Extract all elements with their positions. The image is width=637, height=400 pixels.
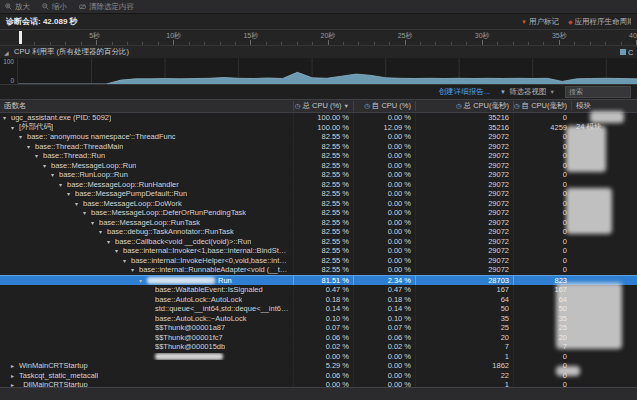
table-row[interactable]: ▾ ugc_assistant.exe (PID: 5092) 100.00 %… xyxy=(0,113,637,123)
ruler-tick-label: 20秒 xyxy=(321,31,336,41)
tree-twisty-icon[interactable]: ▾ xyxy=(35,152,43,159)
function-name-cell: ▾ base::RunLoop::Run xyxy=(0,170,293,179)
table-row[interactable]: ▾ base::MessageLoop::Run 82.55 % 0.00 % … xyxy=(0,161,637,171)
table-row[interactable]: std::queue<__int64,std::deque<__int64,st… xyxy=(0,304,637,314)
tree-twisty-icon[interactable]: ▾ xyxy=(19,133,27,140)
collapse-arrow-icon[interactable]: ◢ xyxy=(4,49,11,56)
self-cpu-pct-cell: 0.00 % xyxy=(353,189,415,198)
timeline-ruler[interactable]: 5秒10秒15秒20秒25秒30秒35秒40秒 xyxy=(0,29,637,46)
self-cpu-ms-cell: 0 xyxy=(513,246,571,255)
table-row[interactable]: $$Thunk@00001fc7 0.06 % 0.06 % 20 20 xyxy=(0,333,637,343)
table-row[interactable]: ▾ base::debug::TaskAnnotator::RunTask 82… xyxy=(0,227,637,237)
self-cpu-pct-cell: 0.00 % xyxy=(353,132,415,141)
function-name-cell: ▾ base::internal::InvokeHelper<0,void,ba… xyxy=(0,256,293,265)
table-row[interactable]: ▾ [外部代码] 100.00 % 12.09 % 35216 4259 24 … xyxy=(0,123,637,133)
column-total-cpu-ms[interactable]: ◷总 CPU(毫秒) xyxy=(415,101,513,111)
ruler-tick xyxy=(50,42,51,45)
column-self-cpu-ms[interactable]: ◷自 CPU(毫秒) xyxy=(513,101,571,111)
function-name-cell: ▾ base::`anonymous namespace'::ThreadFun… xyxy=(0,132,293,141)
column-function-name[interactable]: 函数名 xyxy=(0,101,293,111)
table-row[interactable]: base::AutoLock::~AutoLock 0.10 % 0.10 % … xyxy=(0,314,637,324)
module-cell: 24 模块 xyxy=(571,122,637,132)
tree-twisty-icon[interactable]: ▾ xyxy=(59,181,67,188)
table-row[interactable]: ▾ base::`anonymous namespace'::ThreadFun… xyxy=(0,132,637,142)
redaction-blur xyxy=(147,277,215,284)
tree-twisty-icon[interactable]: ▾ xyxy=(67,190,75,197)
table-row[interactable]: ▾ base::internal::RunnableAdapter<void (… xyxy=(0,265,637,275)
total-cpu-ms-cell: 50 xyxy=(415,304,513,313)
column-self-cpu-pct[interactable]: ◷自 CPU (%) xyxy=(353,101,415,111)
tree-twisty-icon[interactable]: ▾ xyxy=(43,162,51,169)
ruler-tick xyxy=(189,42,190,45)
tree-twisty-icon[interactable]: ▾ xyxy=(27,143,35,150)
table-row[interactable]: ▾ base::Thread::Run 82.55 % 0.00 % 29072… xyxy=(0,151,637,161)
table-row[interactable]: ▾ Run 81.51 % 2.34 % 28703 823 xyxy=(0,275,637,286)
self-cpu-ms-cell: 0 xyxy=(513,180,571,189)
table-row[interactable]: ▸ Taskcqt_static_metacall 0.06 % 0.00 % … xyxy=(0,371,637,381)
self-cpu-pct-cell: 2.34 % xyxy=(353,276,415,285)
function-name-cell: ▾ base::MessageLoop::DeferOrRunPendingTa… xyxy=(0,208,293,217)
ruler-tick xyxy=(204,42,205,45)
tree-twisty-icon[interactable]: ▾ xyxy=(99,228,107,235)
zoom-out-button[interactable]: 缩小 xyxy=(42,2,67,12)
table-row[interactable]: base::AutoLock::AutoLock 0.18 % 0.18 % 6… xyxy=(0,295,637,305)
total-cpu-ms-cell: 22 xyxy=(415,371,513,380)
playhead-marker[interactable] xyxy=(19,31,22,44)
table-row[interactable]: ▾ base::Thread::ThreadMain 82.55 % 0.00 … xyxy=(0,142,637,152)
tree-twisty-icon[interactable]: ▾ xyxy=(11,124,19,131)
table-row[interactable]: ▾ base::MessageLoop::DoWork 82.55 % 0.00… xyxy=(0,199,637,209)
total-cpu-ms-cell: 1 xyxy=(415,352,513,361)
tree-twisty-icon[interactable]: ▾ xyxy=(75,200,83,207)
search-input[interactable]: 搜索 xyxy=(565,86,631,98)
total-cpu-pct-cell: 82.55 % xyxy=(293,180,353,189)
self-cpu-ms-cell: 0 xyxy=(513,218,571,227)
tree-twisty-icon[interactable]: ▾ xyxy=(131,266,139,273)
table-row[interactable]: ▾ base::MessagePumpDefault::Run 82.55 % … xyxy=(0,189,637,199)
tree-twisty-icon[interactable]: ▾ xyxy=(3,114,11,121)
tree-twisty-icon[interactable]: ▸ xyxy=(11,372,19,379)
total-cpu-pct-cell: 0.07 % xyxy=(293,323,353,332)
total-cpu-pct-cell: 82.55 % xyxy=(293,265,353,274)
total-cpu-ms-cell: 29072 xyxy=(415,132,513,141)
column-total-cpu-pct[interactable]: ◷总 CPU (%)▼ xyxy=(293,101,353,111)
total-cpu-ms-cell: 29072 xyxy=(415,189,513,198)
clear-selection-button[interactable]: 清除选定内容 xyxy=(79,2,134,12)
self-cpu-ms-cell: 0 xyxy=(513,151,571,160)
tree-twisty-icon[interactable]: ▾ xyxy=(123,257,131,264)
tree-twisty-icon[interactable]: ▾ xyxy=(91,219,99,226)
table-row[interactable]: ▾ base::Callback<void __cdecl(void)>::Ru… xyxy=(0,237,637,247)
cpu-area-chart[interactable] xyxy=(18,58,637,84)
zoom-in-button[interactable]: 放大 xyxy=(5,2,30,12)
marker-legend: ▼ 用户标记 ◆ 应用程序生命周期事件 xyxy=(521,17,631,27)
table-row[interactable]: ▾ base::RunLoop::Run 82.55 % 0.00 % 2907… xyxy=(0,170,637,180)
table-row[interactable]: $$Thunk@000015db 0.02 % 0.02 % 7 7 xyxy=(0,342,637,352)
column-module[interactable]: 模块 xyxy=(571,101,637,111)
self-cpu-ms-cell: 0 xyxy=(513,142,571,151)
clear-selection-label: 清除选定内容 xyxy=(89,2,134,12)
cpu-utilization-chart[interactable]: 100 0 xyxy=(0,58,637,85)
tree-twisty-icon[interactable]: ▾ xyxy=(51,171,59,178)
table-row[interactable]: ▾ base::MessageLoop::DeferOrRunPendingTa… xyxy=(0,208,637,218)
create-detailed-report-link[interactable]: 创建详细报告... xyxy=(439,87,490,97)
tree-twisty-icon[interactable]: ▾ xyxy=(115,247,123,254)
table-row[interactable]: ▾ base::MessageLoop::RunHandler 82.55 % … xyxy=(0,180,637,190)
total-cpu-ms-cell: 29072 xyxy=(415,151,513,160)
cpu-chart-header: ◢ CPU 利用率 (所有处理器的百分比) CPU xyxy=(0,46,637,58)
tree-twisty-icon[interactable]: ▾ xyxy=(107,238,115,245)
table-row[interactable]: ▾ base::MessageLoop::RunTask 82.55 % 0.0… xyxy=(0,218,637,228)
table-row[interactable]: ▾ base::internal::InvokeHelper<0,void,ba… xyxy=(0,256,637,266)
self-cpu-pct-cell: 0.14 % xyxy=(353,304,415,313)
tree-twisty-icon[interactable]: ▾ xyxy=(83,209,91,216)
filter-view-dropdown[interactable]: ▼ 筛选器视图 ▼ xyxy=(500,87,555,97)
function-name-cell: ▾ base::MessageLoop::RunHandler xyxy=(0,180,293,189)
table-row[interactable]: $$Thunk@00001a87 0.07 % 0.07 % 25 25 xyxy=(0,323,637,333)
total-cpu-pct-cell: 82.55 % xyxy=(293,237,353,246)
self-cpu-pct-cell: 0.00 % xyxy=(353,246,415,255)
tree-twisty-icon[interactable]: ▾ xyxy=(139,277,147,284)
table-row[interactable]: ▸ WinMainCRTStartup 5.29 % 0.00 % 1862 0 xyxy=(0,361,637,371)
total-cpu-pct-cell: 0.18 % xyxy=(293,295,353,304)
table-row[interactable]: 0.00 % 0.00 % 1 0 xyxy=(0,352,637,362)
tree-twisty-icon[interactable]: ▸ xyxy=(11,362,19,369)
table-row[interactable]: ▾ base::internal::Invoker<1,base::intern… xyxy=(0,246,637,256)
table-row[interactable]: base::WaitableEvent::IsSignaled 0.47 % 0… xyxy=(0,285,637,295)
